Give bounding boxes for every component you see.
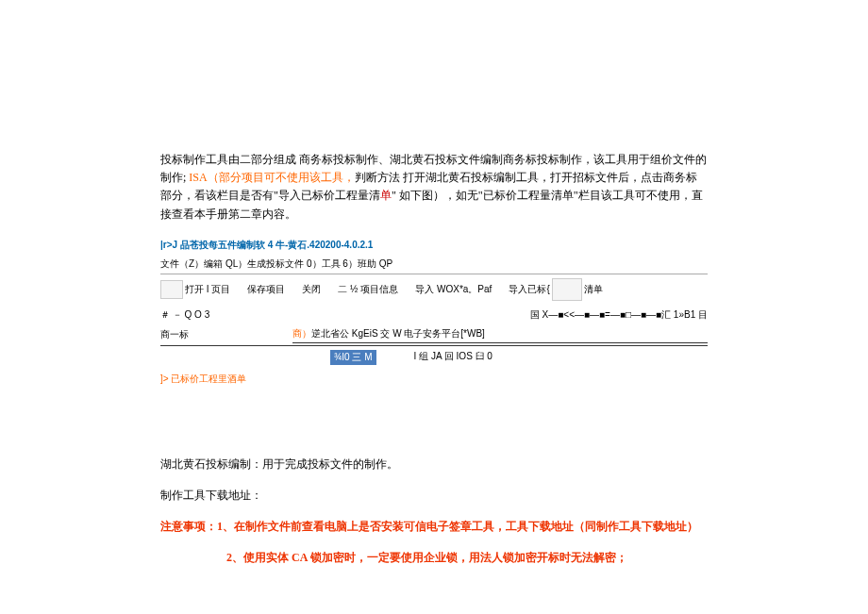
bottom-line3: 注意事项：1、在制作文件前查看电脑上是否安装可信电子签章工具，工具下载地址（同制…	[160, 518, 708, 536]
row5-b: I 组 JA 回 IOS 臼 0	[414, 350, 492, 365]
row4-left: 商一标	[160, 328, 292, 341]
import-wox-label: 导入 WOX*a。Paf	[415, 283, 492, 296]
app-row4: 商一标 商）逆北省公 KgEiS 交 W 电子安务平台[*WB]	[160, 325, 708, 346]
open-icon	[160, 280, 183, 299]
bottom-line4: 2、使用实体 CA 锁加密时，一定要使用企业锁，用法人锁加密开标时无法解密；	[160, 549, 708, 567]
save-label: 保存项目	[247, 283, 285, 296]
app-toolbar: 打开 I 页目 保存项目 关闭 二 ½ 项目信息 导入 WOX*a。Paf 导入…	[160, 274, 708, 305]
intro-text-2: ISA（部分项目可不使用该工具，	[189, 171, 354, 184]
row3-right: 国 X—■<<—■—■=—■□—■—■汇 1»B1 目	[530, 308, 708, 322]
toolbar-projinfo[interactable]: 二 ½ 项目信息	[338, 283, 398, 296]
row5-a[interactable]: ¾I0 三 M	[330, 350, 376, 365]
app-screenshot-region: |r>J 品苍投每五件编制软 4 牛-黄石.420200-4.0.2.1 文件（…	[160, 235, 708, 390]
row4-mid: 商）逆北省公 KgEiS 交 W 电子安务平台[*WB]	[292, 327, 708, 343]
intro-paragraph: 投标制作工具由二部分组成 商务标投标制作、湖北黄石投标文件编制商务标投标制作，该…	[160, 151, 708, 224]
bottom-section: 湖北黄石投标编制：用于完成投标文件的制作。 制作工具下载地址： 注意事项：1、在…	[160, 456, 708, 568]
close-label: 关闭	[302, 283, 321, 296]
bottom-line2: 制作工具下载地址：	[160, 487, 708, 505]
app-row3: ＃ － Q O 3 国 X—■<<—■—■=—■□—■—■汇 1»B1 目	[160, 305, 708, 325]
row4-mid-red: 商）	[292, 328, 311, 339]
toolbar-import-priced[interactable]: 导入已标{ 清单	[509, 278, 602, 301]
toolbar-close[interactable]: 关闭	[302, 283, 321, 296]
app-row5: ¾I0 三 M I 组 JA 回 IOS 臼 0	[160, 346, 708, 369]
app-footer: ]> 已标价工程里酒单	[160, 369, 708, 390]
row4-mid-text: 逆北省公 KgEiS 交 W 电子安务平台[*WB]	[311, 328, 485, 339]
toolbar-save[interactable]: 保存项目	[247, 283, 285, 296]
import-priced-label: 导入已标{	[509, 283, 549, 296]
row3-left: ＃ － Q O 3	[160, 308, 209, 322]
app-menubar: 文件（Z）编箱 QL）生成投标文件 0）工具 6）班助 QP	[160, 255, 708, 274]
toolbar-open[interactable]: 打开 I 页目	[160, 280, 230, 299]
app-window-title: |r>J 品苍投每五件编制软 4 牛-黄石.420200-4.0.2.1	[160, 236, 708, 255]
toolbar-import-wox[interactable]: 导入 WOX*a。Paf	[415, 283, 492, 296]
list-label: 清单	[584, 283, 603, 296]
open-label: 打开 I 页目	[185, 283, 230, 296]
projinfo-label: 二 ½ 项目信息	[338, 283, 398, 296]
bottom-line1: 湖北黄石投标编制：用于完成投标文件的制作。	[160, 456, 708, 473]
import-icon	[552, 278, 582, 301]
intro-text-4: 单	[380, 189, 392, 202]
